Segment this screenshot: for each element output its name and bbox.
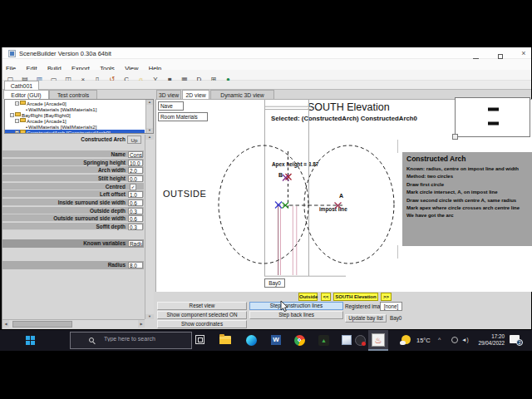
property-row-springing-height: Springing height10.0 <box>2 159 144 166</box>
property-row-stilt-height: Stilt height0.0 <box>2 175 144 182</box>
screen: SceneBuilder Version 0.30a 64bit × File … <box>0 0 532 399</box>
tree-item-arcade1[interactable]: -Arcade [Arcade1] <box>5 118 145 124</box>
properties-header: Constructed Arch Up <box>2 135 144 145</box>
inside-surround-field[interactable]: 0.6 <box>128 200 143 206</box>
name-field[interactable]: Const <box>128 151 143 158</box>
scroll-up-icon[interactable]: ▲ <box>146 100 153 105</box>
start-button[interactable] <box>26 336 35 345</box>
search-input[interactable] <box>102 335 185 342</box>
radius-field[interactable]: 8.0 <box>128 262 143 268</box>
tree-item-arcade0[interactable]: -Arcade [Arcade0] <box>5 101 145 106</box>
java-app-icon[interactable]: ♨ <box>372 333 385 347</box>
clock[interactable]: 17:20 29/04/2022 <box>470 333 505 347</box>
title-bar[interactable]: SceneBuilder Version 0.30a 64bit × <box>2 47 531 59</box>
registered-image-value[interactable]: [none] <box>380 302 402 311</box>
taskbar: W ▲ ♨ 15°C ^ ◄) 17:20 29/04/2022 2 <box>0 330 532 351</box>
minimize-button[interactable] <box>466 47 485 59</box>
scroll-down-icon[interactable]: ▼ <box>146 128 153 133</box>
scroll-left-icon[interactable]: ◀ <box>2 320 9 328</box>
tree-scrollbar[interactable]: ▲ ▼ <box>145 100 153 133</box>
outside-nav-button[interactable]: Outside <box>298 293 318 301</box>
springing-height-field[interactable]: 10.0 <box>128 160 143 166</box>
outside-surround-field[interactable]: 0.6 <box>128 215 143 222</box>
tab-editor-gui[interactable]: Editor (GUI) <box>3 90 49 99</box>
update-bay-list-button[interactable]: Update bay list <box>345 314 387 323</box>
scenebuilder-window: SceneBuilder Version 0.30a 64bit × File … <box>2 47 531 329</box>
room-materials-button[interactable]: Room Materials <box>158 112 208 121</box>
arch-width-field[interactable]: 2.0 <box>128 167 143 174</box>
scene-tree: -Arcade [Arcade0] •WallMaterials [WallMa… <box>4 99 154 134</box>
reset-view-button[interactable]: Reset view <box>157 302 247 310</box>
tray-app-icon[interactable] <box>451 337 458 343</box>
expander-icon[interactable]: - <box>10 113 14 117</box>
word-icon[interactable]: W <box>271 335 281 345</box>
show-coordinates-button[interactable]: Show coordinates <box>157 320 247 328</box>
task-view-icon[interactable] <box>195 335 204 344</box>
restore-button[interactable] <box>491 47 510 59</box>
scroll-right-icon[interactable]: ▶ <box>138 320 145 328</box>
taskbar-search[interactable] <box>70 332 192 349</box>
speaker-icon[interactable]: ◄) <box>461 337 469 342</box>
stilt-height-field[interactable]: 0.0 <box>128 175 143 182</box>
weather-icon[interactable] <box>401 335 411 344</box>
elevation-nav-button[interactable]: SOUTH Elevation <box>333 293 378 301</box>
properties-title: Constructed Arch <box>81 136 126 142</box>
properties-hscrollbar[interactable]: ◀ ▶ <box>2 319 145 328</box>
elevation-title: SOUTH Elevation <box>308 101 390 113</box>
document-tab-bar: Cath001 <box>2 81 531 90</box>
tree-item-bayright0[interactable]: -BayRight [BayRight0] <box>5 112 145 118</box>
app-icon <box>8 50 16 57</box>
active-app-highlight: ♨ <box>368 330 388 351</box>
next-elevation-button[interactable]: >> <box>381 293 392 301</box>
recorder-app-icon[interactable] <box>355 335 366 346</box>
step-back-lines-button[interactable]: Step back lines <box>249 311 343 319</box>
property-row-arch-width: Arch width2.0 <box>2 166 144 174</box>
tab-2d-view[interactable]: 2D view <box>182 90 209 99</box>
file-explorer-icon[interactable] <box>219 336 231 344</box>
notification-badge: 2 <box>516 339 523 346</box>
menu-bar: File Edit Build Export Tools View Help <box>2 59 531 70</box>
tree-item-wallmaterials1[interactable]: •WallMaterials [WallMaterials1] <box>5 106 145 112</box>
tree-item-wallmaterials2[interactable]: •WallMaterials [WallMaterials2] <box>5 124 145 130</box>
tree-item-constructedarch0[interactable]: +ConstructedArch [ConstructedArch0] <box>5 130 145 134</box>
folder-icon <box>20 101 26 105</box>
prev-elevation-button[interactable]: << <box>321 293 331 301</box>
search-icon <box>89 337 94 342</box>
expander-icon[interactable]: - <box>15 101 19 106</box>
image-viewer-icon[interactable]: ▲ <box>318 335 329 346</box>
notification-icon[interactable]: 2 <box>510 335 520 343</box>
show-component-selected-button[interactable]: Show component selected ON <box>157 311 247 319</box>
tab-dynamic-3d-view[interactable]: Dynamic 3D view <box>210 90 274 99</box>
radius-row: Radius8.0 <box>2 261 144 269</box>
left-offset-field[interactable]: 1.0 <box>128 191 143 198</box>
tab-test-controls[interactable]: Test controls <box>49 90 97 99</box>
centred-checkbox[interactable]: ✓ <box>130 184 136 190</box>
cube-app-icon[interactable] <box>342 335 352 345</box>
scroll-up-icon[interactable]: ▲ <box>145 135 154 140</box>
properties-vscrollbar[interactable]: ▲ ▼ <box>145 135 154 319</box>
step-construction-lines-button[interactable]: Step construction lines <box>249 302 343 310</box>
property-row-left-offset: Left offset1.0 <box>2 190 144 198</box>
nave-button[interactable]: Nave <box>158 101 184 111</box>
expander-icon[interactable]: - <box>15 119 19 123</box>
doc-tab-cath001[interactable]: Cath001 <box>4 81 39 90</box>
folder-icon <box>20 130 26 134</box>
tray-chevron-icon[interactable]: ^ <box>438 337 441 342</box>
edge-browser-icon[interactable] <box>246 335 257 346</box>
outside-depth-field[interactable]: 0.3 <box>128 208 143 214</box>
soffit-depth-field[interactable]: 0.3 <box>128 224 143 230</box>
property-row-outside-surround: Outside surround side width0.6 <box>2 214 144 222</box>
tab-3d-view[interactable]: 3D view <box>156 90 181 99</box>
up-button[interactable]: Up <box>127 135 141 144</box>
weather-temp[interactable]: 15°C <box>416 337 431 344</box>
scrollbar-thumb[interactable] <box>12 321 72 328</box>
known-variables-field[interactable]: Radius <box>128 240 143 247</box>
point-a-label: A <box>339 193 343 199</box>
outside-label: OUTSIDE <box>163 189 206 199</box>
close-button[interactable]: × <box>515 47 532 59</box>
property-row-outside-depth: Outside depth0.3 <box>2 207 144 214</box>
chrome-icon[interactable] <box>294 335 305 346</box>
scroll-down-icon[interactable]: ▼ <box>145 314 154 319</box>
expander-icon[interactable]: + <box>15 131 19 134</box>
folder-icon <box>15 112 21 116</box>
